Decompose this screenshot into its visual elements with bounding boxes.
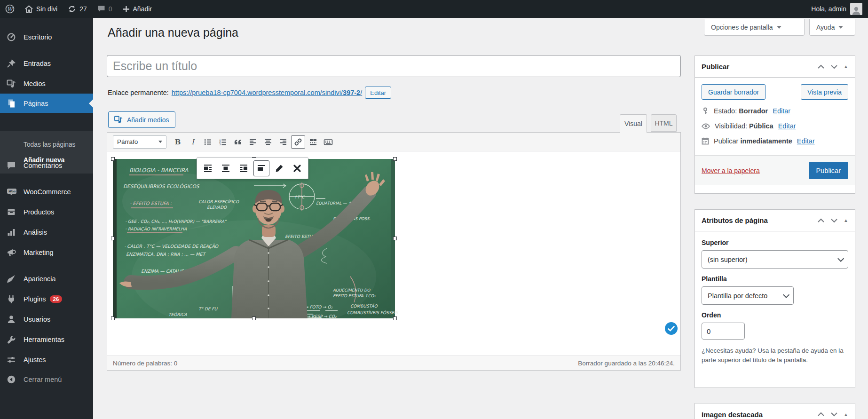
editor-canvas[interactable]: BIOLOGIA - BANCEIRA DESEQUILIBRIOS ECOLÓ… (107, 151, 680, 356)
sidebar-item-productos[interactable]: Productos (0, 202, 93, 221)
comments-icon (7, 161, 16, 170)
comments-menu[interactable]: 0 (92, 0, 118, 18)
keyboard-shortcuts-button[interactable] (321, 135, 335, 149)
admin-greeting[interactable]: Hola, admin (811, 5, 846, 13)
attributes-help-text: ¿Necesitas ayuda? Usa la pestaña de ayud… (702, 346, 848, 365)
template-select[interactable]: Plantilla por defecto (702, 286, 794, 305)
user-silhouette-icon (851, 6, 861, 15)
chalk-text: COMBUSTÃO (350, 303, 378, 308)
link-button[interactable] (291, 135, 305, 149)
sidebar-item-plugins[interactable]: Plugins 26 (0, 289, 93, 308)
sidebar-item-usuarios[interactable]: Usuarios (0, 309, 93, 329)
close-icon (293, 164, 301, 173)
resize-handle-left[interactable] (111, 237, 115, 240)
save-draft-button[interactable]: Guardar borrador (702, 84, 765, 100)
sidebar-item-paginas[interactable]: Páginas (0, 94, 93, 113)
edit-status-link[interactable]: Editar (773, 107, 790, 115)
sidebar-item-escritorio[interactable]: Escritorio (0, 27, 93, 47)
align-center-button[interactable] (261, 135, 275, 149)
image-align-right-button[interactable] (236, 160, 252, 176)
add-media-button[interactable]: Añadir medios (108, 111, 175, 128)
resize-handle-right[interactable] (393, 237, 397, 240)
edit-visibility-link[interactable]: Editar (778, 122, 796, 130)
move-panel-down-button[interactable] (830, 218, 838, 223)
screen-options-button[interactable]: Opciones de pantalla (704, 19, 805, 36)
sidebar-item-entradas[interactable]: Entradas (0, 54, 93, 73)
sidebar-item-label: Usuarios (24, 316, 50, 323)
format-select[interactable]: Párrafo (113, 135, 166, 149)
move-to-trash-link[interactable]: Mover a la papelera (702, 167, 760, 174)
editor-toolbar: Párrafo B I 123 (107, 133, 680, 151)
image-align-none-button[interactable] (253, 160, 269, 176)
collapse-arrow-icon (7, 375, 16, 384)
inserted-image[interactable]: BIOLOGIA - BANCEIRA DESEQUILIBRIOS ECOLÓ… (113, 159, 395, 318)
image-align-left-button[interactable] (200, 160, 216, 176)
permalink-link[interactable]: https://prueba18-cp7004.wordpresstempora… (172, 89, 362, 96)
move-panel-up-button[interactable] (817, 218, 825, 223)
move-panel-down-button[interactable] (830, 64, 838, 69)
resize-handle-top-right[interactable] (393, 157, 397, 161)
collapse-panel-button[interactable]: ▲ (844, 64, 848, 69)
align-right-icon (239, 164, 248, 173)
bullet-list-button[interactable] (201, 135, 215, 149)
resize-handle-bottom-left[interactable] (111, 316, 115, 320)
avatar[interactable] (850, 3, 862, 15)
sidebar-item-label: Plugins (24, 295, 46, 303)
tab-html[interactable]: HTML (651, 114, 677, 132)
sidebar-item-ajustes[interactable]: Ajustes (0, 350, 93, 369)
bold-button[interactable]: B (171, 135, 185, 149)
collapse-panel-button[interactable]: ▲ (844, 412, 848, 417)
blockquote-button[interactable] (231, 135, 245, 149)
editor-statusbar: Número de palabras: 0 Borrador guardado … (107, 356, 680, 370)
sidebar-item-herramientas[interactable]: Herramientas (0, 330, 93, 349)
collapse-panel-button[interactable]: ▲ (844, 218, 848, 223)
publish-button[interactable]: Publicar (809, 162, 848, 179)
saved-check-indicator[interactable] (665, 322, 678, 335)
sidebar-item-analisis[interactable]: Análisis (0, 222, 93, 242)
image-edit-button[interactable] (271, 160, 287, 176)
new-content-menu[interactable]: Añadir (118, 0, 157, 18)
preview-button[interactable]: Vista previa (801, 84, 848, 100)
image-remove-button[interactable] (289, 160, 305, 176)
parent-select[interactable]: (sin superior) (702, 250, 848, 269)
sidebar-item-apariencia[interactable]: Apariencia (0, 269, 93, 288)
resize-handle-bottom[interactable] (252, 316, 256, 320)
updates-menu[interactable]: 27 (63, 0, 92, 18)
post-title-input[interactable] (107, 55, 681, 77)
edit-schedule-link[interactable]: Editar (797, 137, 815, 145)
template-select-value: Plantilla por defecto (708, 292, 767, 300)
order-input[interactable] (702, 323, 745, 340)
edit-permalink-button[interactable]: Editar (365, 87, 391, 99)
move-panel-down-button[interactable] (830, 412, 838, 417)
sidebar-item-woocommerce[interactable]: Woo WooCommerce (0, 182, 93, 201)
numbered-list-icon: 123 (219, 138, 227, 146)
italic-button[interactable]: I (186, 135, 200, 149)
resize-handle-top-left[interactable] (111, 157, 115, 161)
align-right-button[interactable] (276, 135, 290, 149)
permalink-label: Enlace permanente: (108, 89, 169, 96)
image-align-center-button[interactable] (218, 160, 234, 176)
site-menu[interactable]: Sin divi (20, 0, 63, 18)
chevron-down-icon (783, 291, 789, 298)
numbered-list-button[interactable]: 123 (216, 135, 230, 149)
sidebar-item-medios[interactable]: Medios (0, 74, 93, 93)
page-title: Añadir una nueva página (108, 26, 238, 40)
sidebar-item-marketing[interactable]: Marketing (0, 243, 93, 262)
screen-options-label: Opciones de pantalla (711, 24, 773, 31)
sidebar-item-label: Apariencia (24, 275, 56, 283)
move-panel-up-button[interactable] (817, 64, 825, 69)
chalk-text: CALOR ESPECÍFICO (198, 199, 239, 204)
sidebar-item-comentarios[interactable]: Comentarios (0, 156, 93, 175)
chalkboard-photo: BIOLOGIA - BANCEIRA DESEQUILIBRIOS ECOLÓ… (113, 159, 395, 318)
help-button[interactable]: Ayuda (809, 19, 855, 36)
resize-handle-bottom-right[interactable] (393, 316, 397, 320)
move-panel-up-button[interactable] (817, 412, 825, 417)
submenu-item-todas-las-paginas[interactable]: Todas las páginas (24, 141, 75, 148)
tab-visual[interactable]: Visual (620, 114, 647, 133)
sidebar-item-label: Ajustes (24, 356, 46, 364)
wordpress-logo-menu[interactable]: W (0, 0, 20, 18)
parent-select-value: (sin superior) (708, 256, 748, 263)
align-left-button[interactable] (246, 135, 260, 149)
collapse-menu-button[interactable]: Cerrar menú (0, 370, 93, 389)
read-more-button[interactable] (306, 135, 320, 149)
